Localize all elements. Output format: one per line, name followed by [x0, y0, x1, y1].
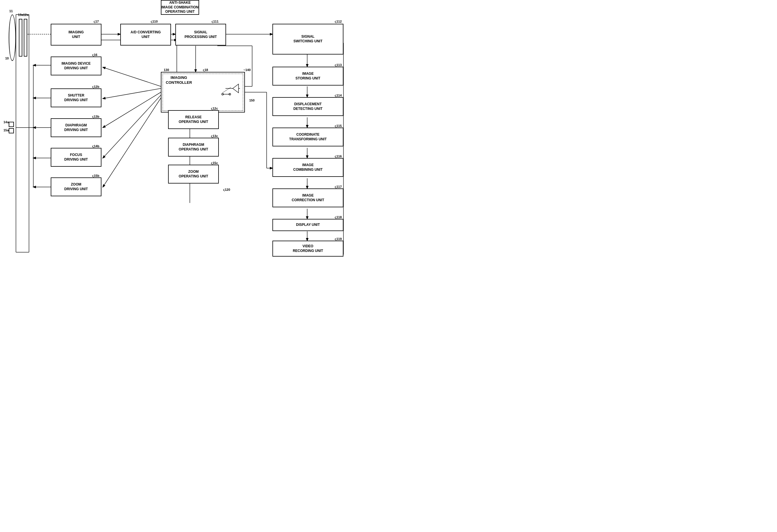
image-combining-label: IMAGECOMBINING UNIT [293, 163, 323, 172]
imaging-unit-label: IMAGINGUNIT [69, 30, 84, 39]
release-operating-block: RELEASEOPERATING UNIT [168, 110, 219, 129]
diaphragm-driving-block: DIAPHRAGMDRIVING UNIT [51, 118, 101, 137]
signal-switching-block: SIGNALSWITCHING UNIT [272, 24, 343, 55]
ref-140: ~140 [243, 68, 251, 72]
ref-11: 11 [9, 9, 13, 13]
ref-115: ς115 [335, 124, 342, 127]
release-operating-label: RELEASEOPERATING UNIT [179, 115, 208, 124]
shutter-driving-label: SHUTTERDRIVING UNIT [64, 93, 88, 102]
ref-116: ς116 [335, 154, 342, 158]
zoom-driving-label: ZOOMDRIVING UNIT [64, 182, 88, 191]
svg-line-16 [103, 67, 161, 86]
ref-14b: ς14b [92, 144, 99, 148]
lens-oval [9, 14, 16, 61]
display-unit-label: DISPLAY UNIT [296, 223, 320, 227]
displacement-detecting-label: DISPLACEMENTDETECTING UNIT [293, 102, 323, 111]
imaging-device-driving-label: IMAGING DEVICEDRIVING UNIT [62, 62, 91, 71]
image-storing-block: IMAGESTORING UNIT [272, 67, 343, 86]
ref-120: ς120 [223, 188, 230, 191]
ad-converting-block: A/D CONVERTINGUNIT [120, 24, 171, 45]
zoom-operating-block: ZOOMOPERATING UNIT [168, 165, 219, 184]
svg-line-20 [103, 98, 161, 187]
ref-113: ς113 [335, 63, 342, 67]
ref-17: ς17 [94, 20, 99, 23]
ref-10: 10 [5, 57, 9, 60]
ref-12b: ς12b [92, 85, 99, 88]
image-storing-label: IMAGESTORING UNIT [296, 72, 321, 81]
imaging-device-driving-block: IMAGING DEVICEDRIVING UNIT [51, 57, 101, 75]
sensor-15a [9, 128, 14, 133]
zoom-operating-label: ZOOMOPERATING UNIT [179, 170, 208, 179]
svg-line-17 [103, 88, 161, 99]
shutter-driving-block: SHUTTERDRIVING UNIT [51, 88, 101, 107]
signal-switching-label: SIGNALSWITCHING UNIT [294, 34, 323, 43]
image-correction-label: IMAGECORRECTION UNIT [292, 193, 324, 202]
ref-13a: 13a [18, 13, 23, 16]
diaphragm-operating-label: DIAPHRAGMOPERATING UNIT [179, 143, 208, 151]
image-correction-block: IMAGECORRECTION UNIT [272, 189, 343, 207]
zoom-driving-block: ZOOMDRIVING UNIT [51, 178, 101, 196]
ref-15c: ς15c [211, 161, 218, 165]
diaphragm-operating-block: DIAPHRAGMOPERATING UNIT [168, 138, 219, 156]
focus-driving-label: FOCUSDRIVING UNIT [64, 153, 88, 162]
ref-14a: 14a [3, 120, 9, 124]
image-combining-block: IMAGECOMBINING UNIT [272, 158, 343, 177]
ref-18: ς18 [203, 68, 208, 72]
ref-13b: ς13b [92, 115, 99, 118]
display-unit-block: DISPLAY UNIT [272, 219, 343, 231]
anti-shake-label: ANTI-SHAKEIMAGE COMBINATIONOPERATING UNI… [161, 1, 199, 14]
sensor-14a [9, 122, 14, 127]
ref-111: ς111 [212, 20, 219, 23]
video-recording-block: VIDEORECORDING UNIT [272, 241, 343, 256]
ref-16: ς16 [92, 53, 97, 57]
ref-12c: ς12c [211, 107, 218, 110]
ref-119: ς119 [335, 237, 342, 241]
svg-line-19 [103, 95, 161, 158]
ref-112: ς112 [335, 20, 342, 23]
imaging-unit-block: IMAGINGUNIT [51, 24, 101, 45]
shutter-13a [19, 19, 22, 57]
ref-13c: ς13c [211, 134, 218, 138]
coordinate-transforming-label: COORDINATETRANSFORMING UNIT [289, 132, 327, 141]
ref-114: ς114 [335, 94, 342, 97]
ref-117: ς117 [335, 185, 342, 189]
video-recording-label: VIDEORECORDING UNIT [293, 244, 323, 253]
displacement-detecting-block: DISPLACEMENTDETECTING UNIT [272, 97, 343, 116]
ref-118: ς118 [335, 215, 342, 219]
signal-processing-label: SIGNALPROCESSING UNIT [185, 30, 217, 39]
diagram: 10 11 13a 12a 14a 15a IMAGINGUNIT ς17 A/… [0, 0, 388, 266]
ref-15b: ς15b [92, 174, 99, 178]
anti-shake-block: ANTI-SHAKEIMAGE COMBINATIONOPERATING UNI… [161, 0, 199, 15]
imaging-controller-block: IMAGINGCONTROLLER [161, 72, 245, 112]
coordinate-transforming-block: COORDINATETRANSFORMING UNIT [272, 127, 343, 146]
focus-driving-block: FOCUSDRIVING UNIT [51, 148, 101, 167]
ref-150: 150 [249, 99, 254, 102]
ref-110: ς110 [151, 20, 158, 23]
ad-converting-label: A/D CONVERTINGUNIT [130, 30, 160, 39]
svg-line-18 [103, 92, 161, 127]
aperture-12a [24, 19, 27, 57]
ref-130: 130 [164, 68, 169, 72]
ref-15a: 15a [3, 128, 9, 132]
signal-processing-block: SIGNALPROCESSING UNIT [175, 24, 226, 45]
diaphragm-driving-label: DIAPHRAGMDRIVING UNIT [64, 123, 88, 132]
ref-12a: 12a [23, 13, 28, 16]
